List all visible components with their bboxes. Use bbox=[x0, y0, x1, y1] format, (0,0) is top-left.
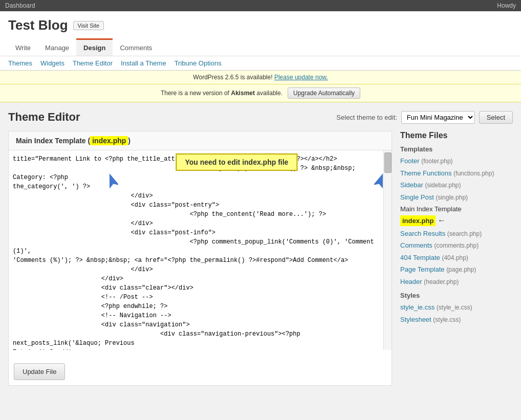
file-link-header[interactable]: Header bbox=[400, 278, 422, 285]
subnav-themes[interactable]: Themes bbox=[8, 59, 32, 67]
visit-site-button[interactable]: Visit Site bbox=[73, 21, 104, 30]
wp-update-text: WordPress 2.6.5 is available! bbox=[193, 74, 272, 81]
main-content: Theme Editor Select theme to edit: Fun M… bbox=[0, 102, 521, 394]
page-title: Theme Editor bbox=[8, 110, 80, 124]
file-link-functions[interactable]: Theme Functions bbox=[400, 169, 451, 177]
styles-heading: Styles bbox=[400, 292, 513, 299]
editor-with-scroll bbox=[9, 150, 392, 350]
file-item-header: Header (header.php) bbox=[400, 277, 513, 287]
admin-bar: Dashboard Howdy bbox=[0, 0, 521, 11]
akismet-update-notice: There is a new version of Akismet availa… bbox=[0, 84, 521, 102]
file-label-index: Main Index Template bbox=[400, 205, 462, 213]
templates-heading: Templates bbox=[400, 145, 513, 153]
file-link-single[interactable]: Single Post bbox=[400, 193, 434, 201]
templates-list: Footer (footer.php) Theme Functions (fun… bbox=[400, 156, 513, 286]
primary-nav: Write Manage Design Comments bbox=[8, 38, 513, 56]
akismet-bold: Akismet bbox=[231, 90, 255, 97]
update-button-container: Update File bbox=[9, 350, 392, 385]
site-title: Test Blog bbox=[8, 17, 68, 33]
file-link-page[interactable]: Page Template bbox=[400, 266, 445, 273]
subnav-tribune-options[interactable]: Tribune Options bbox=[175, 59, 222, 67]
scrollbar-thumb[interactable] bbox=[384, 152, 392, 173]
akismet-notice-text: There is a new version of Akismet availa… bbox=[161, 90, 283, 97]
file-item-single: Single Post (single.php) bbox=[400, 192, 513, 203]
active-arrow-icon: ← bbox=[438, 216, 446, 225]
active-filename-index: index.php bbox=[400, 215, 436, 227]
file-link-404[interactable]: 404 Template bbox=[400, 254, 440, 261]
site-header: Test Blog Visit Site Write Manage Design… bbox=[0, 11, 521, 56]
file-item-search: Search Results (search.php) bbox=[400, 229, 513, 239]
file-link-stylesheet[interactable]: Stylesheet bbox=[400, 316, 431, 323]
select-theme-button[interactable]: Select bbox=[479, 111, 513, 124]
file-item-footer: Footer (footer.php) bbox=[400, 156, 513, 166]
editor-filename: index.php bbox=[90, 136, 128, 145]
file-item-404: 404 Template (404.php) bbox=[400, 253, 513, 263]
file-panel: Theme Files Templates Footer (footer.php… bbox=[400, 131, 513, 386]
file-item-functions: Theme Functions (functions.php) bbox=[400, 168, 513, 179]
user-greeting: Howdy bbox=[497, 2, 516, 9]
editor-panel-header: Main Index Template (index.php) bbox=[9, 131, 392, 150]
file-item-stylesheet: Stylesheet (style.css) bbox=[400, 315, 513, 325]
styles-list: style_ie.css (style_ie.css) Stylesheet (… bbox=[400, 302, 513, 324]
dashboard-link[interactable]: Dashboard bbox=[5, 2, 35, 9]
file-link-sidebar[interactable]: Sidebar bbox=[400, 181, 423, 189]
nav-comments[interactable]: Comments bbox=[113, 38, 159, 56]
update-file-button[interactable]: Update File bbox=[14, 363, 65, 380]
wordpress-update-notice: WordPress 2.6.5 is available! Please upd… bbox=[0, 71, 521, 84]
theme-select-label: Select theme to edit: bbox=[336, 114, 397, 121]
file-item-comments: Comments (comments.php) bbox=[400, 240, 513, 251]
file-item-index: Main Index Template index.php ← bbox=[400, 204, 513, 227]
editor-header-label: Main Index Template bbox=[16, 137, 86, 145]
upgrade-automatically-button[interactable]: Upgrade Automatically bbox=[288, 87, 360, 99]
secondary-nav: Themes Widgets Theme Editor Install a Th… bbox=[0, 56, 521, 71]
file-item-sidebar: Sidebar (sidebar.php) bbox=[400, 180, 513, 190]
subnav-install-theme[interactable]: Install a Theme bbox=[121, 59, 166, 67]
subnav-theme-editor[interactable]: Theme Editor bbox=[73, 59, 113, 67]
callout-box: You need to edit index.php file bbox=[176, 153, 297, 171]
file-item-page: Page Template (page.php) bbox=[400, 264, 513, 275]
file-link-search[interactable]: Search Results bbox=[400, 230, 445, 237]
nav-write[interactable]: Write bbox=[8, 38, 38, 56]
file-link-comments[interactable]: Comments bbox=[400, 241, 432, 249]
file-link-style-ie[interactable]: style_ie.css bbox=[400, 303, 435, 311]
callout-arrow-left bbox=[106, 173, 118, 190]
file-item-style-ie: style_ie.css (style_ie.css) bbox=[400, 302, 513, 313]
theme-select-row: Select theme to edit: Fun Mini Magazine … bbox=[336, 111, 513, 124]
theme-select-dropdown[interactable]: Fun Mini Magazine bbox=[401, 111, 475, 124]
please-update-link[interactable]: Please update now. bbox=[274, 74, 328, 81]
nav-manage[interactable]: Manage bbox=[38, 38, 76, 56]
subnav-widgets[interactable]: Widgets bbox=[40, 59, 64, 67]
editor-layout: Main Index Template (index.php) You need… bbox=[8, 131, 513, 386]
file-panel-title: Theme Files bbox=[400, 131, 513, 140]
page-header: Theme Editor Select theme to edit: Fun M… bbox=[8, 110, 513, 124]
file-link-footer[interactable]: Footer bbox=[400, 157, 420, 165]
editor-panel: Main Index Template (index.php) You need… bbox=[8, 131, 392, 386]
nav-design[interactable]: Design bbox=[76, 38, 113, 56]
callout-arrow-right bbox=[374, 173, 386, 190]
code-editor[interactable] bbox=[9, 150, 383, 350]
